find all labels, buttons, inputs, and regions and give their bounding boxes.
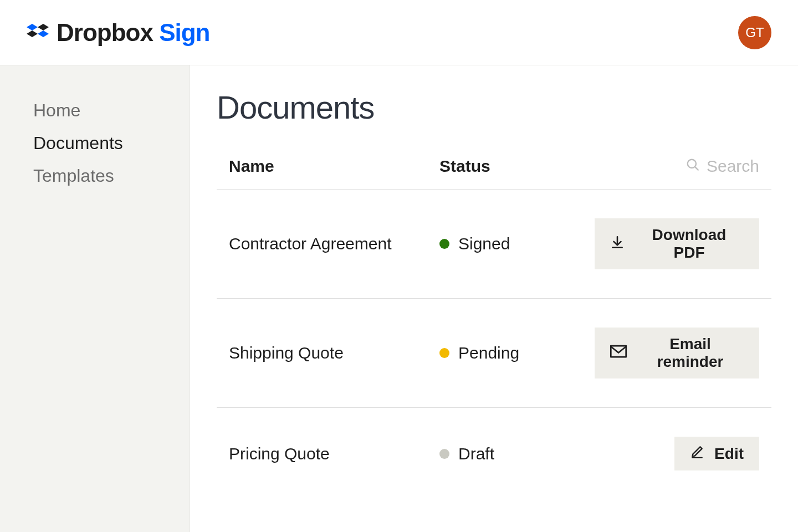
avatar-initials: GT [745,25,764,40]
status-dot-icon [439,348,449,358]
avatar[interactable]: GT [738,16,771,49]
table-row: Contractor Agreement Signed [217,190,771,299]
table-row: Pricing Quote Draft Edit [217,408,771,499]
status-dot-icon [439,239,449,249]
header: Dropbox Sign GT [0,0,798,65]
email-reminder-button[interactable]: Email reminder [595,328,759,378]
action-label: Edit [714,445,744,463]
table-header: Name Status Search [217,157,771,190]
column-header-status: Status [439,157,595,176]
edit-button[interactable]: Edit [674,437,759,470]
table-row: Shipping Quote Pending Email reminder [217,299,771,408]
sidebar-item-documents[interactable]: Documents [33,127,190,160]
brand-text: Dropbox Sign [57,19,209,47]
brand-primary: Dropbox [57,19,153,46]
documents-table: Name Status Search Contractor Agreeme [217,157,771,499]
download-icon [610,235,625,253]
svg-marker-1 [38,24,49,30]
action-label: Email reminder [637,335,744,371]
download-pdf-button[interactable]: Download PDF [595,218,759,269]
status-label: Draft [458,444,494,463]
svg-marker-2 [27,30,38,37]
status-label: Pending [458,344,519,362]
status-cell: Pending [439,344,595,362]
status-label: Signed [458,234,510,253]
column-header-name: Name [229,157,439,176]
document-name[interactable]: Contractor Agreement [229,234,439,253]
search-placeholder: Search [707,157,759,176]
main: Documents Name Status Search [190,65,798,532]
sidebar-item-home[interactable]: Home [33,94,190,127]
action-label: Download PDF [635,226,744,262]
status-cell: Signed [439,234,595,253]
brand-secondary: Sign [159,19,209,46]
search-icon [686,157,700,176]
svg-marker-0 [27,24,38,30]
dropbox-logo-icon [27,22,49,44]
sidebar-item-templates[interactable]: Templates [33,160,190,192]
edit-icon [690,444,704,463]
document-name[interactable]: Pricing Quote [229,444,439,463]
status-dot-icon [439,449,449,459]
svg-marker-3 [38,30,49,37]
mail-icon [610,344,627,362]
brand: Dropbox Sign [27,19,209,47]
search-input[interactable]: Search [686,157,759,176]
status-cell: Draft [439,444,595,463]
page-title: Documents [217,89,771,126]
document-name[interactable]: Shipping Quote [229,344,439,362]
sidebar: Home Documents Templates [0,65,190,532]
svg-line-5 [695,167,698,170]
